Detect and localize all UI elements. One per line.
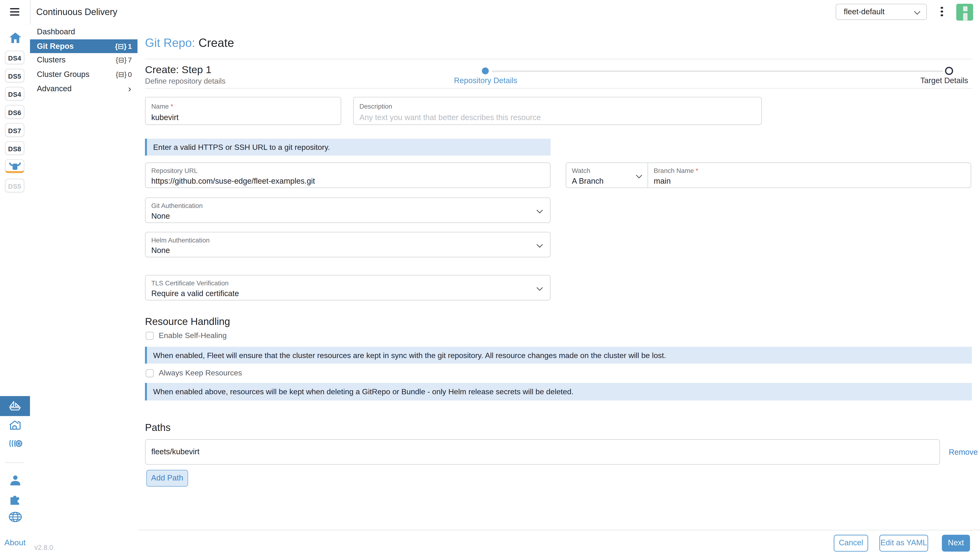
git-authentication-label: Git Authentication [151,202,203,209]
nav-sidebar: Dashboard Git Repos {⊟}1 Clusters {⊟}7 C… [30,24,137,556]
cluster-shortcut[interactable]: DS4 [5,87,24,101]
helm-authentication-label: Helm Authentication [151,236,210,244]
path-value: fleets/kubevirt [151,448,199,456]
cluster-shortcut[interactable]: DS7 [5,123,24,137]
chevron-down-icon [537,207,543,213]
rancher-cow-icon [8,162,21,171]
always-keep-resources-checkbox[interactable] [146,369,154,377]
stepper-line [492,71,943,71]
description-label: Description [359,102,392,110]
cluster-shortcut[interactable]: DS4 [5,50,24,64]
add-path-button[interactable]: Add Path [146,470,188,486]
enable-self-healing-label[interactable]: Enable Self-Healing [159,331,226,340]
sidebar-item-advanced[interactable]: Advanced › [30,82,137,96]
app-title: Continuous Delivery [36,0,117,24]
tls-verification-value: Require a valid certificate [151,289,239,298]
app-window: Continuous Delivery fleet-default DS4 DS… [0,0,980,556]
workspace-selector-value: fleet-default [844,4,885,19]
helm-authentication-value: None [151,246,170,255]
branch-name-value: main [654,177,671,186]
kebab-menu-icon[interactable] [939,7,945,18]
home-icon[interactable] [0,32,30,43]
top-header: Continuous Delivery fleet-default [0,0,980,25]
users-auth-person-icon[interactable] [0,475,30,485]
about-link[interactable]: About [0,538,30,547]
fleet-sailboat-icon-active[interactable] [0,396,30,416]
description-placeholder: Any text you want that better describes … [359,113,541,122]
self-healing-info-banner: When enabled, Fleet will ensure that the… [145,347,972,364]
chevron-down-icon [636,172,642,178]
name-label: Name [151,102,169,110]
paths-heading: Paths [145,422,170,433]
chevron-down-icon [914,8,920,15]
name-field[interactable]: Name * kubevirt [145,97,341,125]
chevron-right-icon: › [128,82,131,96]
icon-rail: DS4 DS5 DS4 DS6 DS7 DS8 DS5 [0,24,30,556]
watch-label: Watch [572,167,590,174]
description-field[interactable]: Description Any text you want that bette… [353,97,762,125]
stepper-circle-pending[interactable] [945,67,953,75]
next-button[interactable]: Next [942,535,970,552]
resource-count-icon: {⊟} [116,56,126,64]
remove-path-link[interactable]: Remove [949,448,978,457]
keep-resources-info-text: When enabled above, resources will be ke… [153,387,574,396]
cancel-button[interactable]: Cancel [834,535,868,552]
git-authentication-value: None [151,212,170,221]
resource-handling-heading: Resource Handling [145,316,230,327]
cluster-shortcut[interactable]: DS8 [5,141,24,155]
repository-url-value: https://github.com/suse-edge/fleet-examp… [151,177,315,186]
branch-name-field[interactable]: Branch Name * main [647,163,971,187]
branch-name-label: Branch Name [654,167,694,174]
sidebar-item-cluster-groups[interactable]: Cluster Groups {⊟}0 [30,68,137,81]
step-title: Create: Step 1 [145,64,212,76]
sidebar-item-dashboard[interactable]: Dashboard [30,25,137,39]
path-input[interactable]: fleets/kubevirt [145,439,940,465]
cluster-shortcut[interactable]: DS5 [5,69,24,82]
resource-count-badge: {⊟}1 [115,39,132,53]
page-title-action: Create [199,36,234,49]
resource-count-badge: {⊟}7 [116,53,132,67]
stepper-dot-active[interactable] [482,68,489,74]
chevron-down-icon [537,242,543,248]
tls-verification-label: TLS Certificate Verification [151,279,228,286]
watch-branch-group: Watch A Branch Branch Name * main [566,162,971,188]
cluster-shortcut[interactable]: DS6 [5,105,24,119]
always-keep-resources-label[interactable]: Always Keep Resources [159,369,242,377]
rancher-local-cluster-shortcut[interactable] [5,159,24,173]
enable-self-healing-checkbox[interactable] [146,332,154,340]
url-info-text: Enter a valid HTTPS or SSH URL to a git … [153,143,330,152]
watch-value: A Branch [572,177,604,186]
self-healing-info-text: When enabled, Fleet will ensure that the… [153,351,666,360]
repository-url-field[interactable]: Repository URL https://github.com/suse-e… [145,162,551,188]
required-marker: * [696,167,698,174]
extensions-puzzle-icon[interactable] [0,494,30,505]
divider [145,88,972,89]
version-label: v2.8.0 [34,544,53,551]
chevron-down-icon [537,284,543,291]
stepper-label-target-details[interactable]: Target Details [906,76,968,85]
rail-section-divider [6,462,24,463]
git-authentication-select[interactable]: Git Authentication None [145,197,551,223]
cluster-management-icon[interactable] [0,439,30,448]
global-settings-globe-icon[interactable] [0,512,30,522]
url-info-banner: Enter a valid HTTPS or SSH URL to a git … [145,139,551,155]
watch-select[interactable]: Watch A Branch [566,163,647,187]
cluster-shortcut-disabled: DS5 [5,179,24,192]
edit-as-yaml-button[interactable]: Edit as YAML [880,535,928,552]
user-avatar[interactable] [956,4,973,21]
helm-authentication-select[interactable]: Helm Authentication None [145,232,551,257]
main-content: Git Repo: Create Create: Step 1 Define r… [137,24,980,556]
harvester-barn-icon[interactable] [0,420,30,430]
divider [145,59,972,60]
repository-url-label: Repository URL [151,167,197,174]
resource-count-icon: {⊟} [116,71,126,78]
required-marker: * [171,102,173,110]
hamburger-menu-icon[interactable] [10,8,19,16]
sidebar-item-git-repos[interactable]: Git Repos {⊟}1 [30,39,137,53]
keep-resources-info-banner: When enabled above, resources will be ke… [145,383,972,401]
sidebar-item-clusters[interactable]: Clusters {⊟}7 [30,53,137,67]
name-value: kubevirt [151,113,179,122]
tls-verification-select[interactable]: TLS Certificate Verification Require a v… [145,275,551,301]
stepper-label-repository-details[interactable]: Repository Details [444,76,527,85]
workspace-selector[interactable]: fleet-default [836,4,927,20]
